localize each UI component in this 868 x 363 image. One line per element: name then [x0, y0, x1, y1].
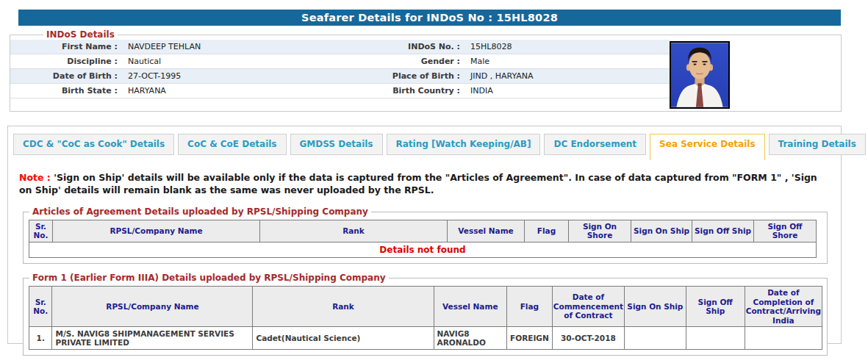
- column-header: Rank: [253, 286, 434, 326]
- column-header: Sign Off Ship: [692, 220, 754, 242]
- cell-rank: Cadet(Nautical Science): [253, 327, 434, 350]
- field-row: First Name : NAVDEEP TEHLAN INDoS No. : …: [10, 40, 670, 54]
- field-label: Discipline :: [10, 57, 121, 66]
- cell-company-name: M/S. NAVIG8 SHIPMANAGEMENT SERVIES PRIVA…: [52, 327, 253, 350]
- cell-sign-off-ship: [686, 327, 745, 350]
- field-value: HARYANA: [121, 86, 334, 96]
- column-header: Sign On Shore: [569, 220, 631, 242]
- field-label: Place of Birth :: [334, 71, 463, 81]
- column-header: Rank: [260, 220, 448, 242]
- field-value: JIND , HARYANA: [463, 71, 670, 81]
- column-header: Flag: [507, 286, 553, 326]
- column-header: Sign On Ship: [631, 220, 692, 242]
- field-label: Date of Birth :: [10, 71, 121, 81]
- field-value: Male: [463, 57, 670, 66]
- cell-commencement-date: 30-OCT-2018: [552, 327, 624, 350]
- table-row: 1. M/S. NAVIG8 SHIPMANAGEMENT SERVIES PR…: [29, 327, 822, 350]
- column-header: Flag: [525, 220, 569, 242]
- field-value: Nautical: [121, 57, 334, 66]
- articles-of-agreement-table: Sr. No. RPSL/Company Name Rank Vessel Na…: [29, 220, 817, 258]
- column-header: Vessel Name: [448, 220, 525, 242]
- column-header: Sign On Ship: [625, 286, 686, 326]
- column-header: Date of Commencement of Contract: [552, 286, 624, 326]
- articles-of-agreement-box: Articles of Agreement Details uploaded b…: [23, 212, 828, 264]
- column-header: Date of Completion of Contract/Arriving …: [745, 286, 822, 326]
- tab-sea-service-details[interactable]: Sea Service Details: [650, 134, 764, 160]
- cell-completion-date: [745, 327, 822, 350]
- column-header: Sr. No.: [29, 220, 53, 242]
- indos-details-panel: INDoS Details First Name : NAVDEEP TEHLA…: [10, 35, 842, 112]
- tab-cdc-coc-as-cook-details[interactable]: CDC & "CoC as Cook" Details: [13, 134, 174, 155]
- photo-column: [670, 40, 841, 109]
- cell-vessel-name: NAVIG8 ARONALDO: [434, 327, 507, 350]
- field-value: 27-OCT-1995: [121, 71, 334, 81]
- column-header: Sign Off Ship: [686, 286, 745, 326]
- field-row: Birth State : HARYANA Birth Country : IN…: [10, 84, 670, 98]
- field-label: Birth State :: [10, 86, 121, 96]
- tab-coc-coe-details[interactable]: CoC & CoE Details: [178, 134, 286, 155]
- table-header-row: Sr. No. RPSL/Company Name Rank Vessel Na…: [29, 220, 817, 242]
- field-value: NAVDEEP TEHLAN: [121, 42, 334, 51]
- page-title: Seafarer Details for INDoS No : 15HL8028: [18, 10, 841, 26]
- note-prefix: Note :: [19, 172, 51, 183]
- field-value: 15HL8028: [463, 42, 670, 51]
- field-label: Gender :: [334, 57, 463, 66]
- column-header: Sign Off Shore: [754, 220, 817, 242]
- column-header: Vessel Name: [434, 286, 507, 326]
- tab-training-details[interactable]: Training Details: [769, 134, 866, 155]
- cell-sign-on-ship: [625, 327, 686, 350]
- field-label: Birth Country :: [334, 86, 463, 96]
- cell-sr-no: 1.: [29, 327, 52, 350]
- form1-legend: Form 1 (Earlier Form IIIA) Details uploa…: [29, 273, 389, 283]
- tab-gmdss-details[interactable]: GMDSS Details: [290, 134, 383, 155]
- empty-message: Details not found: [29, 242, 817, 257]
- tab-strip: CDC & "CoC as Cook" Details CoC & CoE De…: [13, 134, 841, 160]
- column-header: RPSL/Company Name: [53, 220, 260, 242]
- tab-rating-watch-keeping-ab[interactable]: Rating [Watch Keeping/AB]: [387, 134, 541, 155]
- form1-table: Sr. No. RPSL/Company Name Rank Vessel Na…: [29, 286, 822, 350]
- field-row: Date of Birth : 27-OCT-1995 Place of Bir…: [10, 69, 670, 84]
- indos-field-rows: First Name : NAVDEEP TEHLAN INDoS No. : …: [10, 40, 670, 109]
- sign-on-ship-note: Note : 'Sign on Ship' details will be av…: [19, 172, 829, 197]
- field-label: First Name :: [10, 42, 121, 51]
- field-label: INDoS No. :: [334, 42, 463, 51]
- indos-details-legend: INDoS Details: [43, 29, 118, 40]
- seafarer-photo: [670, 41, 730, 109]
- column-header: Sr. No.: [29, 286, 52, 326]
- field-row: Discipline : Nautical Gender : Male: [10, 54, 670, 69]
- form1-box: Form 1 (Earlier Form IIIA) Details uploa…: [23, 278, 828, 356]
- table-row: Details not found: [29, 242, 817, 257]
- tab-dc-endorsement[interactable]: DC Endorsement: [544, 134, 646, 155]
- note-text: 'Sign on Ship' details will be available…: [19, 172, 817, 195]
- table-header-row: Sr. No. RPSL/Company Name Rank Vessel Na…: [29, 286, 822, 326]
- seafarer-content-panel: CDC & "CoC as Cook" Details CoC & CoE De…: [7, 126, 842, 344]
- articles-of-agreement-legend: Articles of Agreement Details uploaded b…: [29, 206, 371, 217]
- field-value: INDIA: [463, 86, 670, 96]
- column-header: RPSL/Company Name: [52, 286, 253, 326]
- cell-flag: FOREIGN: [507, 327, 553, 350]
